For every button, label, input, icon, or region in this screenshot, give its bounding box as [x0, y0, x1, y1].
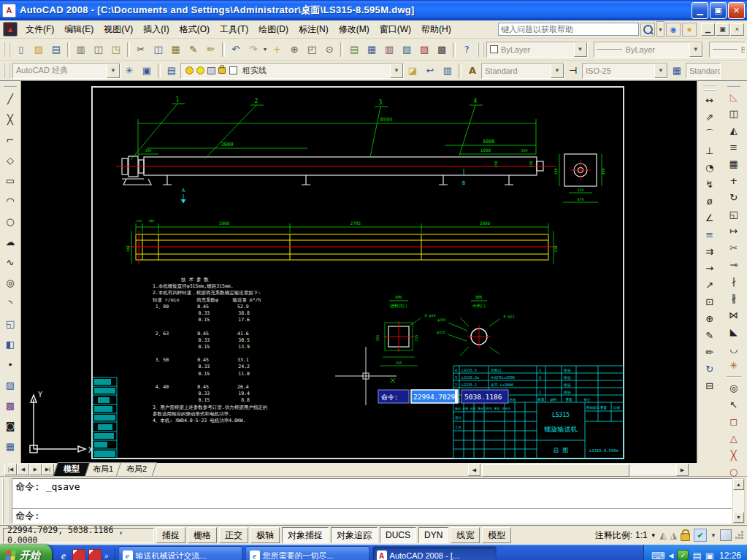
- chevron-down-icon[interactable]: ▼: [689, 42, 702, 57]
- baseline-dimension-icon[interactable]: ⇉: [701, 243, 719, 260]
- game-icon[interactable]: [88, 549, 101, 560]
- task-tray-icon[interactable]: ▣: [705, 551, 714, 560]
- communication-center-icon[interactable]: ◉: [666, 23, 681, 37]
- security-shield-icon[interactable]: ✓: [677, 550, 689, 560]
- scroll-right-icon[interactable]: ▶: [676, 464, 689, 476]
- cut-icon[interactable]: ✂: [133, 42, 149, 58]
- ellipse-icon[interactable]: ◎: [1, 273, 19, 292]
- arc-icon[interactable]: ◠: [1, 191, 19, 210]
- annotation-scale-control[interactable]: 注释比例: 1:1 ▼: [595, 529, 656, 542]
- redo-icon[interactable]: ↷: [245, 42, 261, 58]
- markup-set-manager-icon[interactable]: ▨: [416, 42, 432, 58]
- gradient-icon[interactable]: ▩: [1, 396, 19, 415]
- resize-grip[interactable]: [735, 531, 744, 540]
- text-style-icon[interactable]: A: [464, 63, 480, 79]
- spline-icon[interactable]: ∿: [1, 253, 19, 272]
- quicklaunch-overflow-icon[interactable]: »: [104, 552, 109, 560]
- layer-previous-icon[interactable]: ↩: [422, 63, 438, 79]
- linetype-control-combo[interactable]: ByLayer ▼: [594, 42, 703, 58]
- toggle-lineweight[interactable]: 线宽: [451, 527, 480, 543]
- table-style-combo[interactable]: Standard: [686, 63, 721, 79]
- jogged-dimension-icon[interactable]: ↯: [701, 176, 719, 193]
- snap-intersection-icon[interactable]: ╳: [725, 447, 743, 464]
- toggle-ducs[interactable]: DUCS: [380, 527, 416, 543]
- tab-first-button[interactable]: |◀: [4, 464, 17, 475]
- menu-item[interactable]: 标注(N): [294, 22, 334, 37]
- mdi-minimize-button[interactable]: ▁: [701, 23, 715, 36]
- ellipse-arc-icon[interactable]: ◝: [1, 294, 19, 312]
- table-icon[interactable]: ▦: [1, 437, 19, 456]
- construction-line-icon[interactable]: ╳: [1, 110, 19, 129]
- chevron-down-icon[interactable]: ▼: [551, 64, 564, 78]
- zoom-window-icon[interactable]: ◰: [304, 42, 320, 58]
- rectangle-icon[interactable]: ▭: [1, 171, 19, 190]
- close-button[interactable]: ✕: [728, 2, 745, 19]
- help-search-input[interactable]: [498, 23, 639, 36]
- tab-layout2[interactable]: 布局2: [116, 462, 157, 476]
- annotation-autoscale-icon[interactable]: ◮: [670, 530, 677, 540]
- match-properties-icon[interactable]: ✎: [185, 42, 202, 58]
- toggle-ortho[interactable]: 正交: [219, 527, 248, 543]
- undo-icon[interactable]: ↶: [228, 42, 244, 58]
- menu-item[interactable]: 编辑(E): [59, 22, 99, 37]
- region-icon[interactable]: ◙: [1, 416, 19, 435]
- toolbar-grip[interactable]: [4, 42, 10, 57]
- toggle-dyn[interactable]: DYN: [418, 527, 448, 543]
- tab-model[interactable]: 模型: [53, 462, 90, 476]
- dimension-edit-icon[interactable]: ✎: [701, 327, 719, 344]
- paste-icon[interactable]: ▦: [168, 42, 184, 58]
- make-object-layer-current-icon[interactable]: ◪: [405, 63, 421, 79]
- revision-cloud-icon[interactable]: ☁: [1, 232, 19, 251]
- workspace-combo[interactable]: AutoCAD 经典 ▼: [12, 63, 120, 79]
- menu-item[interactable]: 窗口(W): [375, 22, 416, 37]
- toolbar-grip[interactable]: [727, 84, 740, 87]
- game-icon[interactable]: [72, 549, 85, 560]
- quick-dimension-icon[interactable]: ≡: [701, 226, 719, 243]
- toolbar-grip[interactable]: [478, 42, 484, 57]
- quick-calc-icon[interactable]: ▩: [434, 42, 450, 58]
- horizontal-scrollbar[interactable]: ◀ ▶: [468, 464, 689, 475]
- explode-icon[interactable]: ✳: [725, 357, 743, 374]
- make-block-icon[interactable]: ◧: [1, 334, 19, 353]
- pan-icon[interactable]: +: [269, 42, 285, 58]
- command-window-grip[interactable]: [2, 478, 10, 523]
- scale-icon[interactable]: ◱: [725, 206, 743, 223]
- annotation-visibility-icon[interactable]: ◭: [660, 530, 667, 540]
- point-icon[interactable]: •: [1, 355, 19, 374]
- coordinate-display[interactable]: 22994.7029, 5038.1186 , 0.0000: [3, 528, 154, 543]
- trim-icon[interactable]: ✂: [725, 239, 743, 256]
- dimension-style-icon[interactable]: ⊟: [701, 377, 719, 394]
- toggle-model[interactable]: 模型: [482, 527, 511, 543]
- offset-icon[interactable]: ≡: [725, 139, 743, 156]
- dimension-style-icon[interactable]: ⊣: [565, 63, 581, 79]
- hatch-icon[interactable]: ▨: [1, 375, 19, 394]
- erase-icon[interactable]: ◺: [725, 88, 743, 105]
- toggle-polar[interactable]: 极轴: [250, 527, 280, 543]
- quick-leader-icon[interactable]: ↗: [701, 277, 719, 294]
- sheet-set-manager-icon[interactable]: ▧: [399, 42, 415, 58]
- toolbar-grip[interactable]: [4, 64, 10, 78]
- toggle-otrack[interactable]: 对象追踪: [331, 527, 378, 543]
- printer-tray-icon[interactable]: ▤: [692, 551, 701, 560]
- polyline-icon[interactable]: ⌐: [1, 130, 19, 149]
- layer-lock-icon[interactable]: [218, 67, 226, 74]
- break-icon[interactable]: ∦: [725, 290, 743, 307]
- scroll-up-icon[interactable]: ▲: [733, 479, 744, 490]
- start-button[interactable]: 开始: [0, 545, 52, 560]
- menu-item[interactable]: 工具(T): [215, 22, 253, 37]
- open-icon[interactable]: ▨: [31, 42, 47, 58]
- break-at-point-icon[interactable]: ∤: [725, 273, 743, 290]
- array-icon[interactable]: ▦: [725, 156, 743, 172]
- scrollbar-thumb[interactable]: [482, 464, 629, 477]
- join-icon[interactable]: ⋈: [725, 307, 743, 323]
- command-history[interactable]: 命令: _qsave: [12, 479, 732, 509]
- tab-next-button[interactable]: ▶: [29, 464, 42, 475]
- snap-endpoint-icon[interactable]: ◻: [725, 413, 743, 430]
- save-icon[interactable]: ▤: [48, 42, 64, 58]
- center-mark-icon[interactable]: ⊕: [701, 310, 719, 327]
- continue-dimension-icon[interactable]: →: [701, 260, 719, 277]
- layer-on-icon[interactable]: [185, 66, 194, 74]
- new-file-icon[interactable]: ▯: [13, 42, 29, 58]
- minimize-button[interactable]: ▁: [692, 2, 708, 19]
- toolbar-grip[interactable]: [703, 84, 716, 91]
